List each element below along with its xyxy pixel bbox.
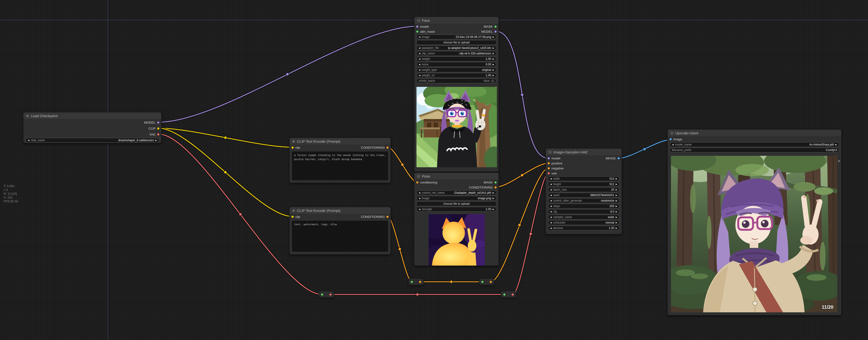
widget-image[interactable]: ◀ image image.png ▶: [416, 196, 496, 200]
increment-icon[interactable]: ▶: [493, 58, 494, 60]
reroute-input-socket[interactable]: [321, 293, 323, 296]
increment-icon[interactable]: ▶: [493, 208, 494, 211]
socket-clip-input[interactable]: [291, 146, 294, 149]
node-sampler-header[interactable]: Image+Sampler+VAE: [546, 149, 622, 156]
widget-filename-prefix[interactable]: filename_prefix ComfyUI: [670, 148, 839, 152]
widget-control-after-generate[interactable]: ◀ control_after_generate randomize ▶: [548, 198, 619, 203]
increment-icon[interactable]: ▶: [835, 144, 837, 146]
socket-clip-output[interactable]: [157, 127, 160, 130]
increment-icon[interactable]: ▶: [616, 183, 617, 185]
decrement-icon[interactable]: ◀: [418, 63, 420, 66]
node-clip-positive-header[interactable]: CLIP Text Encode (Prompt): [289, 138, 391, 145]
decrement-icon[interactable]: ◀: [550, 188, 552, 191]
node-clip-text-encode-negative[interactable]: CLIP Text Encode (Prompt) clip CONDITION…: [289, 207, 391, 255]
socket-image-input[interactable]: [669, 138, 672, 141]
increment-icon[interactable]: ▶: [616, 221, 617, 224]
reroute-vae-1[interactable]: [319, 291, 334, 298]
node-pose-header[interactable]: Pose: [414, 173, 498, 180]
decrement-icon[interactable]: ◀: [418, 69, 420, 71]
decrement-icon[interactable]: ◀: [418, 36, 420, 38]
socket-mask-output[interactable]: [494, 181, 497, 184]
toggle-icon[interactable]: [491, 80, 494, 83]
widget-ipadapter-file[interactable]: ◀ ipadapter_file ip-adapter-faceid-plusv…: [416, 45, 496, 50]
widget-steps[interactable]: ◀ steps 200 ▶: [548, 204, 619, 209]
reroute-output-socket[interactable]: [329, 293, 332, 296]
socket-mask-output[interactable]: [494, 25, 497, 28]
widget-batch-size[interactable]: ◀ batch_size 20 ▶: [548, 187, 619, 192]
reroute-vae-2[interactable]: [501, 291, 516, 298]
increment-icon[interactable]: ▶: [493, 192, 494, 194]
increment-icon[interactable]: ▶: [616, 199, 617, 202]
widget-scheduler[interactable]: ◀ scheduler normal ▶: [548, 220, 619, 225]
decrement-icon[interactable]: ◀: [550, 227, 552, 229]
increment-icon[interactable]: ▶: [493, 69, 494, 71]
node-clip-text-encode-positive[interactable]: CLIP Text Encode (Prompt) clip CONDITION…: [289, 138, 391, 183]
increment-icon[interactable]: ▶: [616, 178, 617, 180]
node-upscale-header[interactable]: Upscale+Save: [668, 129, 841, 137]
result-preview-image[interactable]: 11/20: [671, 156, 837, 312]
socket-model-output[interactable]: [157, 121, 160, 124]
positive-prompt-textarea[interactable]: a forest nymph standing in the woods tal…: [292, 152, 388, 180]
decrement-icon[interactable]: ◀: [550, 211, 552, 213]
node-upscale-save[interactable]: Upscale+Save image ◀ model_name 4x-Anime…: [668, 129, 841, 315]
widget-control-net-name[interactable]: ◀ control_net_name t2iadapter_depth_sd14…: [416, 190, 496, 195]
decrement-icon[interactable]: ◀: [550, 205, 552, 207]
widget-denoise[interactable]: ◀ denoise 1.00 ▶: [548, 226, 619, 230]
socket-positive-input[interactable]: [548, 162, 550, 165]
decrement-icon[interactable]: ◀: [418, 208, 420, 211]
widget-strength[interactable]: ◀ strength 1.00 ▶: [416, 207, 496, 212]
upload-button[interactable]: choose file to upload: [416, 40, 496, 45]
socket-model-input[interactable]: [548, 157, 550, 160]
preview-close-button[interactable]: x: [838, 159, 840, 163]
increment-icon[interactable]: ▶: [493, 197, 494, 199]
upload-button[interactable]: choose file to upload: [416, 202, 496, 206]
reroute-output-socket[interactable]: [419, 281, 422, 283]
socket-clip-input[interactable]: [291, 215, 294, 218]
widget-height[interactable]: ◀ height 512 ▶: [548, 182, 619, 187]
decrement-icon[interactable]: ◀: [418, 192, 420, 194]
node-face-header[interactable]: Face: [414, 17, 498, 24]
node-load-checkpoint-header[interactable]: Load Checkpoint: [23, 113, 161, 120]
socket-conditioning-output[interactable]: [494, 186, 497, 189]
widget-model-name[interactable]: ◀ model_name 4x-AnimeSharp.pth ▶: [670, 142, 839, 147]
increment-icon[interactable]: ▶: [493, 74, 494, 76]
increment-icon[interactable]: ▶: [493, 36, 494, 38]
reroute-input-socket[interactable]: [481, 281, 484, 283]
widget-ckpt-name[interactable]: ◀ ckpt_name dreamshaper_8.safetensors ▶: [26, 138, 159, 143]
increment-icon[interactable]: ▶: [493, 47, 494, 49]
widget-width[interactable]: ◀ width 512 ▶: [548, 176, 619, 181]
socket-conditioning-input[interactable]: [416, 181, 418, 184]
node-load-checkpoint[interactable]: Load Checkpoint MODEL CLIP VAE ◀ ckpt_na…: [23, 112, 161, 143]
node-clip-negative-header[interactable]: CLIP Text Encode (Prompt): [289, 207, 391, 214]
negative-prompt-textarea[interactable]: text, watermark, logo, nfsw: [292, 221, 388, 252]
increment-icon[interactable]: ▶: [616, 188, 617, 191]
socket-vae-output[interactable]: [157, 133, 160, 136]
widget-noise[interactable]: ◀ noise 0.00 ▶: [416, 62, 496, 67]
increment-icon[interactable]: ▶: [493, 52, 494, 55]
decrement-icon[interactable]: ◀: [418, 197, 420, 199]
reroute-input-socket[interactable]: [410, 281, 413, 283]
widget-weight-type[interactable]: ◀ weight_type original ▶: [416, 67, 496, 72]
reroute-conditioning-1[interactable]: [408, 278, 424, 285]
increment-icon[interactable]: ▶: [616, 194, 617, 196]
reroute-input-socket[interactable]: [503, 293, 506, 296]
decrement-icon[interactable]: ◀: [672, 144, 674, 146]
increment-icon[interactable]: ▶: [155, 139, 157, 142]
widget-cfg[interactable]: ◀ cfg 8.0 ▶: [548, 209, 619, 214]
socket-model-output[interactable]: [494, 30, 497, 33]
decrement-icon[interactable]: ◀: [418, 47, 420, 49]
socket-model-input[interactable]: [416, 25, 418, 28]
increment-icon[interactable]: ▶: [616, 216, 617, 218]
decrement-icon[interactable]: ◀: [418, 52, 420, 55]
decrement-icon[interactable]: ◀: [418, 58, 420, 60]
socket-conditioning-output[interactable]: [386, 146, 389, 149]
node-face[interactable]: Face model MASK attn_mask MODEL ◀ image …: [414, 17, 499, 172]
widget-image[interactable]: ◀ image 23-Dec-23-06-06-27-58.png ▶: [416, 35, 496, 39]
widget-clip-name[interactable]: ◀ clip_name clip-vit-h-32b.safetensors ▶: [416, 51, 496, 56]
socket-conditioning-output[interactable]: [386, 215, 389, 218]
increment-icon[interactable]: ▶: [616, 211, 617, 213]
decrement-icon[interactable]: ◀: [418, 74, 420, 76]
decrement-icon[interactable]: ◀: [550, 194, 552, 196]
socket-negative-input[interactable]: [548, 167, 550, 169]
decrement-icon[interactable]: ◀: [550, 178, 552, 180]
